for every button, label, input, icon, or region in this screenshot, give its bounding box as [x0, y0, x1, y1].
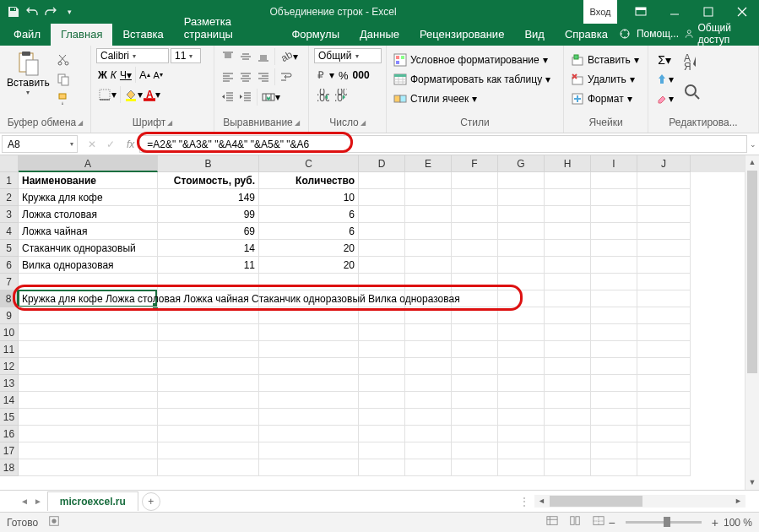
cell[interactable]: [498, 324, 545, 341]
clear-icon[interactable]: ▾: [653, 90, 675, 107]
cell[interactable]: [545, 426, 591, 442]
cell[interactable]: [158, 307, 259, 324]
cell[interactable]: 149: [158, 189, 259, 206]
cell[interactable]: 6: [259, 223, 359, 240]
cell[interactable]: [591, 375, 637, 392]
delete-cells-button[interactable]: Удалить▾: [569, 71, 637, 88]
cell[interactable]: [19, 392, 158, 409]
cell[interactable]: [637, 392, 691, 409]
select-all-corner[interactable]: [0, 155, 19, 172]
column-header[interactable]: H: [545, 155, 591, 172]
sort-filter-icon[interactable]: AЯ: [680, 52, 704, 75]
cell[interactable]: [545, 257, 591, 274]
cell[interactable]: [545, 341, 591, 358]
cell[interactable]: [259, 324, 359, 341]
row-header[interactable]: 17: [0, 442, 19, 459]
cell[interactable]: [591, 257, 637, 274]
cell[interactable]: [498, 442, 545, 459]
row-header[interactable]: 4: [0, 223, 19, 240]
cell[interactable]: [545, 223, 591, 240]
cell[interactable]: [405, 307, 452, 324]
cell[interactable]: [359, 459, 405, 476]
cell[interactable]: 11: [158, 257, 259, 274]
cell[interactable]: [259, 459, 359, 476]
cell[interactable]: 6: [259, 206, 359, 223]
accounting-format-icon[interactable]: ₽▾: [314, 67, 336, 84]
redo-icon[interactable]: [42, 3, 59, 20]
cell[interactable]: [498, 223, 545, 240]
cell[interactable]: [359, 206, 405, 223]
cell[interactable]: [591, 392, 637, 409]
cell[interactable]: [158, 358, 259, 375]
cell[interactable]: [637, 172, 691, 189]
enter-formula-icon[interactable]: ✓: [101, 138, 120, 150]
fill-icon[interactable]: ▾: [653, 71, 675, 88]
cell[interactable]: [452, 257, 498, 274]
cell[interactable]: [259, 426, 359, 442]
macro-record-icon[interactable]: [48, 515, 60, 529]
share-button[interactable]: Общий доступ: [684, 22, 751, 46]
vertical-scrollbar[interactable]: ▲ ▼: [745, 155, 759, 490]
cell[interactable]: [158, 274, 259, 290]
cell[interactable]: [545, 172, 591, 189]
minimize-icon[interactable]: [658, 0, 691, 24]
cell[interactable]: [452, 375, 498, 392]
cell-styles-button[interactable]: Стили ячеек▾: [392, 90, 479, 107]
cell[interactable]: [19, 274, 158, 290]
cell[interactable]: [259, 274, 359, 290]
cell[interactable]: [259, 358, 359, 375]
cell[interactable]: [545, 274, 591, 290]
cell[interactable]: [19, 307, 158, 324]
cell[interactable]: [591, 206, 637, 223]
cell[interactable]: Ложка столовая: [19, 206, 158, 223]
cell[interactable]: [452, 341, 498, 358]
add-sheet-button[interactable]: +: [142, 492, 160, 511]
cell[interactable]: [405, 189, 452, 206]
tab-view[interactable]: Вид: [514, 24, 555, 46]
cell[interactable]: [158, 341, 259, 358]
cell[interactable]: [158, 392, 259, 409]
orientation-icon[interactable]: ab▾: [278, 48, 300, 65]
cell[interactable]: [498, 459, 545, 476]
cell[interactable]: [498, 392, 545, 409]
cell[interactable]: [405, 459, 452, 476]
row-header[interactable]: 1: [0, 172, 19, 189]
cell[interactable]: [405, 257, 452, 274]
cell[interactable]: [498, 426, 545, 442]
cell[interactable]: [637, 375, 691, 392]
tell-me-icon[interactable]: [618, 27, 632, 41]
cell[interactable]: [637, 274, 691, 290]
cell[interactable]: [359, 392, 405, 409]
cell[interactable]: [498, 189, 545, 206]
cell[interactable]: 14: [158, 240, 259, 257]
cell[interactable]: [359, 375, 405, 392]
zoom-in-button[interactable]: +: [712, 516, 718, 529]
tab-help[interactable]: Справка: [555, 24, 618, 46]
cell[interactable]: 10: [259, 189, 359, 206]
fx-icon[interactable]: fx: [123, 138, 138, 150]
cell[interactable]: [498, 375, 545, 392]
row-header[interactable]: 9: [0, 307, 19, 324]
cell[interactable]: [359, 172, 405, 189]
cell[interactable]: [19, 324, 158, 341]
cell[interactable]: [452, 206, 498, 223]
cell[interactable]: [259, 307, 359, 324]
cell[interactable]: [591, 459, 637, 476]
cell[interactable]: Ложка чайная: [19, 223, 158, 240]
cell[interactable]: Кружка для кофе: [19, 189, 158, 206]
undo-icon[interactable]: [24, 3, 41, 20]
cell[interactable]: [637, 459, 691, 476]
cell[interactable]: [498, 257, 545, 274]
row-header[interactable]: 7: [0, 274, 19, 290]
column-header[interactable]: C: [259, 155, 359, 172]
cell[interactable]: [637, 290, 691, 307]
percent-style-icon[interactable]: %: [337, 67, 350, 84]
cell[interactable]: [545, 409, 591, 426]
view-page-break-icon[interactable]: [588, 516, 609, 531]
cell[interactable]: [19, 426, 158, 442]
increase-decimal-icon[interactable]: .0.00: [314, 87, 331, 104]
cell[interactable]: [405, 240, 452, 257]
cell[interactable]: [591, 240, 637, 257]
expand-formula-bar-icon[interactable]: ⌄: [750, 140, 756, 149]
cell[interactable]: [452, 409, 498, 426]
